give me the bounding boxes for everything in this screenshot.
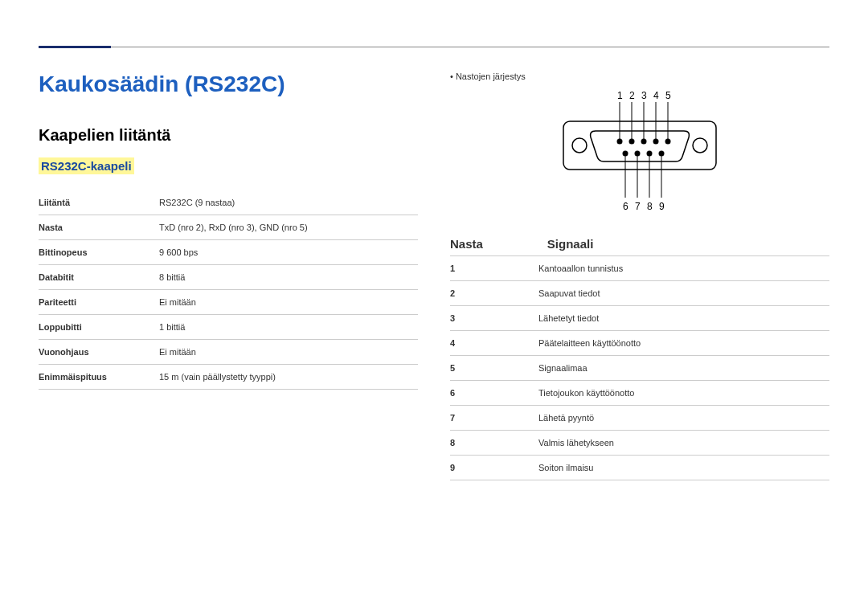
signal-header-pin: Nasta bbox=[450, 237, 483, 251]
spec-value: 8 bittiä bbox=[159, 265, 418, 290]
page-title: Kaukosäädin (RS232C) bbox=[39, 72, 418, 97]
left-column: Kaukosäädin (RS232C) Kaapelien liitäntä … bbox=[39, 72, 418, 480]
pin-num-2: 2 bbox=[629, 90, 635, 101]
spec-label: Bittinopeus bbox=[39, 240, 159, 265]
table-row: 5Signaalimaa bbox=[450, 356, 829, 381]
table-row: 8Valmis lähetykseen bbox=[450, 431, 829, 456]
pin-num-3: 3 bbox=[641, 90, 647, 101]
table-row: LiitäntäRS232C (9 nastaa) bbox=[39, 190, 418, 215]
svg-point-11 bbox=[653, 139, 659, 145]
spec-value: TxD (nro 2), RxD (nro 3), GND (nro 5) bbox=[159, 215, 418, 240]
signal-pin: 7 bbox=[450, 406, 538, 431]
svg-point-7 bbox=[693, 138, 707, 153]
signal-name: Saapuvat tiedot bbox=[538, 281, 829, 306]
signal-pin: 9 bbox=[450, 456, 538, 480]
table-row: Databitit8 bittiä bbox=[39, 265, 418, 290]
signal-name: Päätelaitteen käyttöönotto bbox=[538, 331, 829, 356]
svg-point-12 bbox=[665, 139, 671, 145]
connector-diagram: 1 2 3 4 5 bbox=[450, 89, 829, 221]
spec-value: 1 bittiä bbox=[159, 315, 418, 340]
header-rule bbox=[39, 47, 829, 47]
spec-value: Ei mitään bbox=[159, 290, 418, 315]
spec-value: 9 600 bps bbox=[159, 240, 418, 265]
signal-pin: 5 bbox=[450, 356, 538, 381]
pin-num-8: 8 bbox=[647, 201, 653, 212]
table-row: 3Lähetetyt tiedot bbox=[450, 306, 829, 331]
table-row: Enimmäispituus15 m (vain päällystetty ty… bbox=[39, 365, 418, 390]
signal-pin: 1 bbox=[450, 256, 538, 281]
signal-pin: 3 bbox=[450, 306, 538, 331]
page-content: Kaukosäädin (RS232C) Kaapelien liitäntä … bbox=[0, 47, 868, 480]
pin-order-label: Nastojen järjestys bbox=[450, 72, 829, 81]
svg-point-10 bbox=[641, 139, 647, 145]
db9-connector-icon: 1 2 3 4 5 bbox=[547, 89, 732, 218]
pin-num-6: 6 bbox=[623, 201, 628, 212]
spec-value: 15 m (vain päällystetty tyyppi) bbox=[159, 365, 418, 390]
pin-num-1: 1 bbox=[617, 90, 623, 101]
signal-header-signal: Signaali bbox=[547, 237, 594, 251]
pin-num-4: 4 bbox=[653, 90, 659, 101]
table-row: 1Kantoaallon tunnistus bbox=[450, 256, 829, 281]
right-column: Nastojen järjestys 1 2 3 4 5 bbox=[450, 72, 829, 480]
spec-label: Enimmäispituus bbox=[39, 365, 159, 390]
table-row: 9Soiton ilmaisu bbox=[450, 456, 829, 480]
table-row: Bittinopeus9 600 bps bbox=[39, 240, 418, 265]
svg-point-6 bbox=[572, 138, 587, 153]
signal-name: Signaalimaa bbox=[538, 356, 829, 381]
signal-name: Valmis lähetykseen bbox=[538, 431, 829, 456]
signal-pin: 2 bbox=[450, 281, 538, 306]
spec-label: Loppubitti bbox=[39, 315, 159, 340]
signal-pin: 8 bbox=[450, 431, 538, 456]
table-row: 7Lähetä pyyntö bbox=[450, 406, 829, 431]
table-row: NastaTxD (nro 2), RxD (nro 3), GND (nro … bbox=[39, 215, 418, 240]
spec-label: Nasta bbox=[39, 215, 159, 240]
spec-table: LiitäntäRS232C (9 nastaa)NastaTxD (nro 2… bbox=[39, 190, 418, 390]
spec-label: Databitit bbox=[39, 265, 159, 290]
table-row: PariteettiEi mitään bbox=[39, 290, 418, 315]
svg-point-9 bbox=[629, 139, 635, 145]
signal-table: 1Kantoaallon tunnistus2Saapuvat tiedot3L… bbox=[450, 255, 829, 480]
signal-name: Tietojoukon käyttöönotto bbox=[538, 381, 829, 406]
signal-pin: 4 bbox=[450, 331, 538, 356]
pin-num-9: 9 bbox=[659, 201, 665, 212]
spec-value: Ei mitään bbox=[159, 340, 418, 365]
table-row: 6Tietojoukon käyttöönotto bbox=[450, 381, 829, 406]
signal-name: Kantoaallon tunnistus bbox=[538, 256, 829, 281]
table-row: 4Päätelaitteen käyttöönotto bbox=[450, 331, 829, 356]
subsection-heading: RS232C-kaapeli bbox=[39, 157, 134, 174]
signal-name: Lähetetyt tiedot bbox=[538, 306, 829, 331]
signal-name: Soiton ilmaisu bbox=[538, 456, 829, 480]
signal-name: Lähetä pyyntö bbox=[538, 406, 829, 431]
pin-num-5: 5 bbox=[665, 90, 671, 101]
table-row: VuonohjausEi mitään bbox=[39, 340, 418, 365]
pin-num-7: 7 bbox=[635, 201, 641, 212]
table-row: Loppubitti1 bittiä bbox=[39, 315, 418, 340]
svg-point-8 bbox=[617, 139, 623, 145]
signal-table-header: Nasta Signaali bbox=[450, 237, 829, 251]
spec-label: Pariteetti bbox=[39, 290, 159, 315]
table-row: 2Saapuvat tiedot bbox=[450, 281, 829, 306]
spec-label: Vuonohjaus bbox=[39, 340, 159, 365]
signal-pin: 6 bbox=[450, 381, 538, 406]
section-heading: Kaapelien liitäntä bbox=[39, 126, 418, 145]
spec-label: Liitäntä bbox=[39, 190, 159, 215]
spec-value: RS232C (9 nastaa) bbox=[159, 190, 418, 215]
